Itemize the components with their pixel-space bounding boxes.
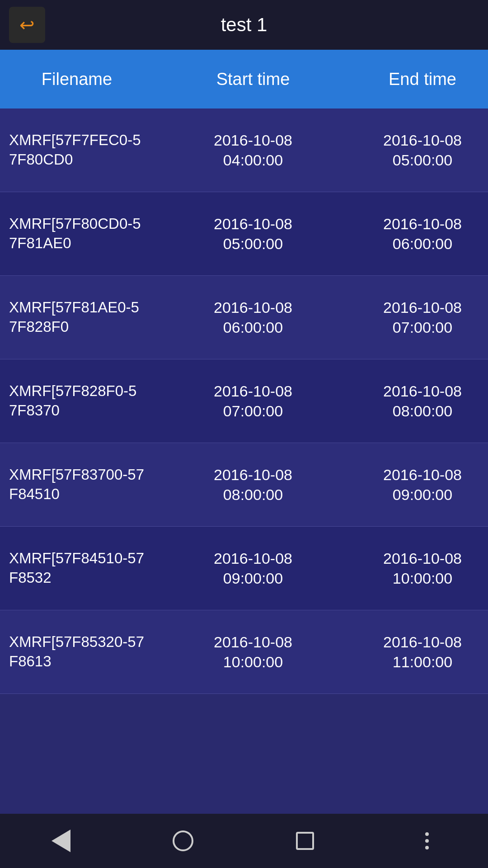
table-body: XMRF[57F7FEC0-57F80CD02016-10-08 04:00:0… bbox=[0, 108, 488, 814]
cell-end-time: 2016-10-08 11:00:00 bbox=[361, 632, 488, 672]
table-row[interactable]: XMRF[57F80CD0-57F81AE02016-10-08 05:00:0… bbox=[0, 192, 488, 276]
table-row[interactable]: XMRF[57F828F0-57F83702016-10-08 07:00:00… bbox=[0, 359, 488, 443]
table-header: Filename Start time End time bbox=[0, 50, 488, 108]
nav-back-button[interactable] bbox=[43, 823, 79, 859]
cell-filename: XMRF[57F7FEC0-57F80CD0 bbox=[0, 131, 145, 170]
cell-start-time: 2016-10-08 08:00:00 bbox=[145, 465, 361, 505]
cell-filename: XMRF[57F83700-57F84510 bbox=[0, 465, 145, 504]
cell-end-time: 2016-10-08 05:00:00 bbox=[361, 130, 488, 170]
cell-start-time: 2016-10-08 06:00:00 bbox=[145, 297, 361, 337]
table-row[interactable]: XMRF[57F81AE0-57F828F02016-10-08 06:00:0… bbox=[0, 276, 488, 359]
nav-menu-button[interactable] bbox=[409, 823, 445, 859]
table-row[interactable]: XMRF[57F7FEC0-57F80CD02016-10-08 04:00:0… bbox=[0, 108, 488, 192]
cell-end-time: 2016-10-08 07:00:00 bbox=[361, 297, 488, 337]
col-header-filename: Filename bbox=[0, 70, 145, 89]
cell-start-time: 2016-10-08 04:00:00 bbox=[145, 130, 361, 170]
home-nav-icon bbox=[173, 830, 193, 851]
cell-filename: XMRF[57F828F0-57F8370 bbox=[0, 382, 145, 420]
cell-start-time: 2016-10-08 09:00:00 bbox=[145, 548, 361, 588]
cell-end-time: 2016-10-08 10:00:00 bbox=[361, 548, 488, 588]
cell-start-time: 2016-10-08 07:00:00 bbox=[145, 381, 361, 421]
table-row[interactable]: XMRF[57F84510-57F85322016-10-08 09:00:00… bbox=[0, 527, 488, 610]
col-header-start-time: Start time bbox=[145, 70, 361, 89]
cell-filename: XMRF[57F84510-57F8532 bbox=[0, 549, 145, 588]
header: ↩ test 1 bbox=[0, 0, 488, 50]
nav-home-button[interactable] bbox=[165, 823, 201, 859]
cell-end-time: 2016-10-08 06:00:00 bbox=[361, 214, 488, 254]
navigation-bar bbox=[0, 814, 488, 868]
table-row[interactable]: XMRF[57F85320-57F86132016-10-08 10:00:00… bbox=[0, 610, 488, 694]
cell-filename: XMRF[57F81AE0-57F828F0 bbox=[0, 298, 145, 337]
cell-end-time: 2016-10-08 09:00:00 bbox=[361, 465, 488, 505]
cell-filename: XMRF[57F85320-57F8613 bbox=[0, 632, 145, 671]
page-title: test 1 bbox=[45, 14, 443, 36]
back-button[interactable]: ↩ bbox=[9, 7, 45, 43]
cell-filename: XMRF[57F80CD0-57F81AE0 bbox=[0, 214, 145, 253]
back-icon: ↩ bbox=[19, 14, 35, 35]
cell-start-time: 2016-10-08 05:00:00 bbox=[145, 214, 361, 254]
menu-nav-icon bbox=[425, 832, 429, 849]
recents-nav-icon bbox=[296, 832, 314, 850]
cell-end-time: 2016-10-08 08:00:00 bbox=[361, 381, 488, 421]
col-header-end-time: End time bbox=[361, 70, 488, 89]
cell-start-time: 2016-10-08 10:00:00 bbox=[145, 632, 361, 672]
back-nav-icon bbox=[52, 830, 70, 852]
table-row[interactable]: XMRF[57F83700-57F845102016-10-08 08:00:0… bbox=[0, 443, 488, 527]
nav-recents-button[interactable] bbox=[287, 823, 323, 859]
